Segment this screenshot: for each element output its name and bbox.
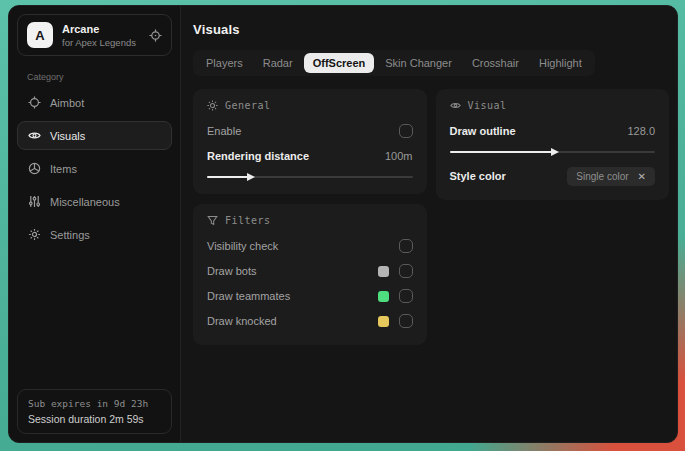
enable-row: Enable — [207, 120, 413, 142]
app-window: A Arcane for Apex Legends Category — [8, 5, 678, 443]
tab-offscreen[interactable]: OffScreen — [304, 53, 375, 73]
logo-card: A Arcane for Apex Legends — [17, 14, 172, 56]
sidebar-item-miscellaneous[interactable]: Miscellaneous — [17, 187, 172, 216]
eye-icon — [450, 100, 461, 111]
draw-outline-slider[interactable] — [450, 147, 656, 156]
sidebar: A Arcane for Apex Legends Category — [9, 6, 181, 442]
panel-title: Visual — [468, 100, 507, 111]
filters-panel: Filters Visibility check Draw bots Draw … — [193, 204, 427, 345]
sidebar-item-aimbot[interactable]: Aimbot — [17, 88, 172, 117]
visual-panel: Visual Draw outline 128.0 Style color — [436, 89, 670, 200]
sidebar-item-label: Aimbot — [50, 97, 84, 109]
visibility-check-checkbox[interactable] — [399, 239, 413, 253]
funnel-icon — [207, 215, 218, 226]
slider-thumb[interactable] — [247, 173, 255, 181]
sidebar-item-visuals[interactable]: Visuals — [17, 121, 172, 150]
sub-expires-text: Sub expires in 9d 23h — [28, 398, 161, 409]
visuals-tabbar: Players Radar OffScreen Skin Changer Cro… — [193, 50, 595, 76]
draw-bots-label: Draw bots — [207, 265, 378, 277]
gear-icon — [28, 228, 41, 241]
style-color-label: Style color — [450, 170, 568, 182]
enable-label: Enable — [207, 125, 399, 137]
panel-title: General — [225, 100, 271, 111]
sidebar-item-settings[interactable]: Settings — [17, 220, 172, 249]
sidebar-item-label: Items — [50, 163, 77, 175]
style-color-row: Style color Single color ✕ — [450, 165, 656, 187]
page-title: Visuals — [193, 22, 669, 37]
subscription-status-card: Sub expires in 9d 23h Session duration 2… — [17, 389, 172, 434]
eye-icon — [28, 129, 41, 142]
session-duration-text: Session duration 2m 59s — [28, 413, 161, 425]
rendering-distance-value: 100m — [385, 150, 413, 162]
package-icon — [28, 162, 41, 175]
draw-outline-label: Draw outline — [450, 125, 628, 137]
draw-teammates-color-swatch[interactable] — [378, 291, 389, 302]
draw-bots-row: Draw bots — [207, 260, 413, 282]
rendering-distance-row: Rendering distance 100m — [207, 145, 413, 167]
crosshair-target-icon[interactable] — [149, 29, 162, 42]
sidebar-item-label: Settings — [50, 229, 90, 241]
visibility-check-label: Visibility check — [207, 240, 399, 252]
sidebar-nav: Aimbot Visuals Items — [9, 86, 180, 251]
tab-skin-changer[interactable]: Skin Changer — [376, 53, 461, 73]
rendering-distance-label: Rendering distance — [207, 150, 385, 162]
draw-outline-row: Draw outline 128.0 — [450, 120, 656, 142]
enable-checkbox[interactable] — [399, 124, 413, 138]
app-name: Arcane — [62, 23, 140, 35]
app-logo: A — [27, 22, 53, 48]
sidebar-item-items[interactable]: Items — [17, 154, 172, 183]
sun-icon — [207, 100, 218, 111]
draw-knocked-label: Draw knocked — [207, 315, 378, 327]
sidebar-item-label: Miscellaneous — [50, 196, 120, 208]
sliders-icon — [28, 195, 41, 208]
style-color-select[interactable]: Single color ✕ — [567, 167, 655, 186]
draw-knocked-row: Draw knocked — [207, 310, 413, 332]
visibility-check-row: Visibility check — [207, 235, 413, 257]
general-panel: General Enable Rendering distance 100m — [193, 89, 427, 194]
style-color-value: Single color — [576, 171, 628, 182]
sidebar-item-label: Visuals — [50, 130, 85, 142]
draw-teammates-label: Draw teammates — [207, 290, 378, 302]
rendering-distance-slider[interactable] — [207, 172, 413, 181]
draw-knocked-color-swatch[interactable] — [378, 316, 389, 327]
crosshair-icon — [28, 96, 41, 109]
draw-outline-value: 128.0 — [627, 125, 655, 137]
clear-icon[interactable]: ✕ — [638, 171, 646, 182]
main-area: Visuals Players Radar OffScreen Skin Cha… — [181, 6, 677, 442]
tab-radar[interactable]: Radar — [254, 53, 302, 73]
draw-teammates-row: Draw teammates — [207, 285, 413, 307]
tab-players[interactable]: Players — [197, 53, 252, 73]
app-subtitle: for Apex Legends — [62, 37, 140, 48]
tab-crosshair[interactable]: Crosshair — [463, 53, 528, 73]
draw-teammates-checkbox[interactable] — [399, 289, 413, 303]
draw-bots-color-swatch[interactable] — [378, 266, 389, 277]
slider-thumb[interactable] — [551, 148, 559, 156]
panel-title: Filters — [225, 215, 271, 226]
draw-bots-checkbox[interactable] — [399, 264, 413, 278]
tab-highlight[interactable]: Highlight — [530, 53, 591, 73]
draw-knocked-checkbox[interactable] — [399, 314, 413, 328]
category-label: Category — [27, 72, 180, 82]
logo-text: Arcane for Apex Legends — [62, 23, 140, 48]
